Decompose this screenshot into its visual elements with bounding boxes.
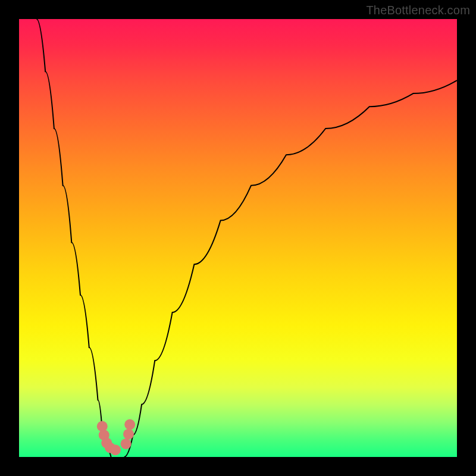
chart-frame: TheBottleneck.com (0, 0, 476, 476)
data-marker (110, 444, 121, 455)
data-marker (123, 429, 134, 440)
left-branch-curve (36, 19, 111, 457)
right-branch-curve (124, 80, 457, 457)
plot-area (19, 19, 457, 457)
data-marker (124, 419, 135, 430)
curve-group (36, 19, 457, 457)
data-marker (121, 439, 131, 449)
watermark-text: TheBottleneck.com (366, 4, 470, 17)
curves-layer (19, 19, 457, 457)
